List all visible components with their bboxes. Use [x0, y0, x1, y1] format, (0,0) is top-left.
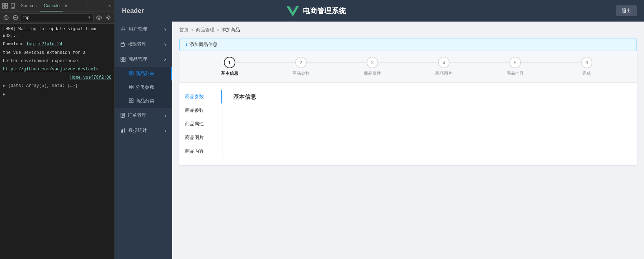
settings-icon[interactable] — [104, 14, 112, 22]
sidebar-arrow-stats: ∨ — [164, 129, 166, 133]
sidebar-sub-label-category: 商品分类 — [136, 98, 154, 104]
inspect-icon[interactable] — [1, 2, 9, 9]
steps-bar: 1 基本信息 2 商品参数 3 商品属性 4 — [179, 51, 637, 83]
console-line: ▶ {data: Array(5), meta: {…}} — [3, 83, 112, 89]
svg-point-15 — [122, 27, 124, 29]
step-2: 2 商品参数 — [265, 57, 337, 77]
console-text: [HMR] Waiting for update signal from WDS… — [3, 27, 96, 38]
left-tab-goods-content[interactable]: 商品内容 — [179, 144, 222, 158]
sidebar-sub-params[interactable]: 分类参数 — [115, 80, 172, 94]
step-circle-4: 4 — [438, 57, 450, 68]
sidebar-arrow-permission: ∨ — [164, 42, 166, 46]
sidebar-sub-goods-list[interactable]: 商品列表 — [115, 67, 172, 80]
logo-icon — [286, 4, 299, 17]
left-tab-goods-params[interactable]: 商品参数 — [179, 103, 222, 117]
close-devtools-button[interactable]: × — [106, 3, 113, 8]
svg-rect-37 — [121, 130, 122, 133]
console-line: Download log.js?1afd:24 — [3, 41, 112, 48]
console-link[interactable]: log.js?1afd:24 — [26, 42, 62, 47]
console-text: Download — [3, 42, 26, 47]
svg-rect-20 — [123, 60, 125, 61]
sidebar-item-order[interactable]: 订单管理 ∨ — [115, 108, 172, 123]
console-arrow-icon[interactable]: ▶ — [3, 83, 8, 88]
svg-rect-25 — [129, 85, 131, 87]
left-tab-goods-image[interactable]: 商品图片 — [179, 131, 222, 144]
stop-icon[interactable] — [11, 14, 19, 22]
svg-rect-32 — [132, 101, 133, 103]
devtools-panel: Sources Console » ⋮ × ▼ — [0, 0, 115, 259]
step-label-2: 商品参数 — [292, 70, 310, 77]
sidebar-item-stats[interactable]: 数据统计 ∨ — [115, 123, 172, 138]
filter-wrap: ▼ — [21, 13, 94, 22]
params-icon — [129, 85, 133, 90]
step-circle-6: 6 — [581, 57, 592, 68]
sidebar-sub-goods: 商品列表 分类参数 — [115, 67, 172, 108]
svg-point-10 — [97, 16, 102, 19]
tab-console[interactable]: Console — [40, 0, 63, 11]
svg-rect-18 — [123, 57, 125, 59]
more-options-icon[interactable]: ⋮ — [83, 2, 90, 9]
eye-icon[interactable] — [95, 14, 103, 22]
app-container: Header 电商管理系统 退出 用户管理 ∨ — [115, 0, 644, 259]
console-text: better development experience: — [3, 59, 80, 64]
main-content: 首页 > 商品管理 > 添加商品 ℹ 添加商品信息 1 基本信息 — [172, 22, 644, 259]
info-text: 添加商品信息 — [189, 41, 217, 48]
logout-button[interactable]: 退出 — [616, 5, 637, 16]
more-tabs-icon[interactable]: » — [63, 3, 69, 8]
svg-rect-0 — [3, 3, 5, 5]
console-line: ▶ — [3, 91, 112, 98]
sidebar: 用户管理 ∨ 权限管理 ∨ — [115, 22, 172, 259]
sidebar-sub-category[interactable]: 商品分类 — [115, 94, 172, 108]
mobile-icon[interactable] — [9, 2, 17, 9]
breadcrumb-add-goods: 添加商品 — [221, 27, 240, 33]
category-icon — [129, 98, 133, 104]
svg-rect-30 — [132, 98, 133, 100]
svg-rect-19 — [121, 60, 123, 61]
console-link-devtools[interactable]: https://github.com/vuejs/vue-devtools — [3, 67, 98, 72]
console-line: the Vue Devtools extension for a — [3, 50, 112, 56]
console-object: {data: Array(5), meta: {…}} — [8, 83, 77, 88]
console-line: [HMR] Waiting for update signal from WDS… — [3, 26, 112, 40]
left-tabs: 商品参数 商品参数 商品属性 商品图片 商品内容 — [179, 90, 222, 158]
console-link-home[interactable]: Home.vue?76f2:88 — [70, 75, 112, 80]
sidebar-sub-label-params: 分类参数 — [136, 84, 154, 91]
sidebar-arrow-goods: ∧ — [164, 57, 166, 61]
sidebar-item-goods[interactable]: 商品管理 ∧ — [115, 52, 172, 67]
svg-rect-31 — [129, 101, 131, 103]
content-card: 1 基本信息 2 商品参数 3 商品属性 4 — [179, 51, 637, 165]
console-arrow-icon2[interactable]: ▶ — [3, 92, 5, 97]
breadcrumb-home[interactable]: 首页 — [179, 27, 189, 33]
user-icon — [121, 27, 126, 32]
svg-rect-28 — [132, 87, 133, 89]
step-label-3: 商品属性 — [364, 70, 381, 77]
step-1: 1 基本信息 — [194, 57, 265, 77]
tab-sources[interactable]: Sources — [17, 0, 40, 11]
sidebar-label-goods: 商品管理 — [128, 56, 164, 63]
breadcrumb-sep-2: > — [217, 27, 220, 33]
svg-point-12 — [108, 17, 109, 18]
app-title: 电商管理系统 — [303, 6, 346, 16]
breadcrumb-goods-mgmt[interactable]: 商品管理 — [196, 27, 215, 33]
filter-input[interactable] — [23, 15, 88, 20]
sidebar-item-permission[interactable]: 权限管理 ∨ — [115, 37, 172, 52]
step-label-4: 商品图片 — [435, 70, 452, 77]
sidebar-label-user: 用户管理 — [128, 26, 164, 32]
section-title: 基本信息 — [233, 93, 626, 101]
left-tab-basic-params[interactable]: 商品参数 — [179, 90, 222, 103]
svg-rect-1 — [5, 3, 8, 5]
info-icon: ℹ — [185, 42, 187, 47]
sidebar-item-user[interactable]: 用户管理 ∨ — [115, 22, 172, 37]
svg-point-11 — [98, 17, 100, 18]
content-area: 商品参数 商品参数 商品属性 商品图片 商品内容 基本信息 — [179, 83, 637, 158]
clear-console-icon[interactable] — [2, 14, 10, 22]
step-label-6: 完成 — [582, 70, 591, 77]
svg-rect-24 — [132, 74, 133, 75]
app-header: Header 电商管理系统 退出 — [115, 0, 644, 22]
svg-rect-26 — [132, 85, 133, 87]
sidebar-label-stats: 数据统计 — [128, 127, 164, 134]
step-label-5: 商品内容 — [507, 70, 524, 77]
left-tab-goods-attr[interactable]: 商品属性 — [179, 117, 222, 131]
right-content-area: 基本信息 — [222, 90, 637, 158]
stats-icon — [121, 128, 126, 133]
svg-rect-22 — [132, 71, 133, 73]
